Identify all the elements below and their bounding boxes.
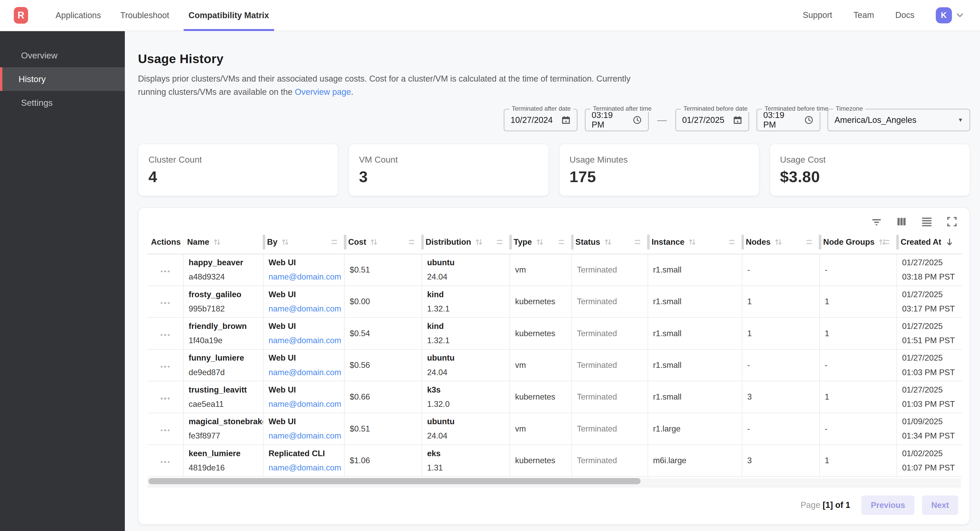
created-by-email-link[interactable]: name@domain.com [269, 336, 342, 345]
created-by-email-link[interactable]: name@domain.com [269, 399, 342, 409]
terminated-after-time-input[interactable]: Terminated after time 03:19 PM [585, 109, 649, 131]
column-drag-grip[interactable] [409, 240, 415, 244]
distribution-version: 1.32.1 [427, 336, 504, 345]
nav-link-docs[interactable]: Docs [895, 10, 915, 20]
nav-link-team[interactable]: Team [853, 10, 874, 20]
calendar-icon[interactable] [561, 115, 571, 125]
nav-tab-troubleshoot[interactable]: Troubleshoot [115, 0, 174, 31]
previous-page-button[interactable]: Previous [861, 495, 915, 515]
sort-control[interactable]: Nodes [746, 238, 783, 247]
column-resize-handle[interactable] [571, 235, 574, 250]
table-row: trusting_leavitt cae5ea11 Web UI name@do… [147, 381, 963, 413]
cell-distribution: ubuntu 24.04 [422, 413, 510, 445]
column-drag-grip[interactable] [331, 240, 337, 244]
sort-control[interactable]: Distribution [425, 238, 483, 247]
created-time: 01:07 PM PST [902, 463, 958, 472]
created-by-email-link[interactable]: name@domain.com [269, 368, 342, 377]
nav-link-support[interactable]: Support [803, 10, 832, 20]
sort-control[interactable]: By [267, 238, 289, 247]
replicated-logo[interactable]: R [14, 7, 28, 24]
sidebar-item-history[interactable]: History [0, 67, 125, 91]
timezone-select[interactable]: Timezone America/Los_Angeles ▼ [827, 109, 970, 131]
row-actions-button[interactable] [160, 331, 171, 338]
column-drag-grip[interactable] [806, 240, 812, 244]
nav-tab-compatibility-matrix[interactable]: Compatibility Matrix [184, 0, 274, 31]
row-actions-button[interactable] [160, 459, 171, 466]
sort-control[interactable]: Name [187, 238, 221, 247]
cell-distribution: eks 1.31 [422, 445, 510, 476]
cell-actions [147, 254, 183, 286]
overview-page-link[interactable]: Overview page [295, 87, 351, 97]
column-drag-grip[interactable] [635, 240, 640, 244]
status-value: Terminated [577, 456, 617, 465]
terminated-after-date-input[interactable]: Terminated after date 10/27/2024 [504, 109, 578, 131]
sort-control[interactable]: Cost [348, 238, 378, 247]
horizontal-scrollbar[interactable] [147, 478, 961, 487]
nodes-value: - [747, 265, 750, 274]
sort-icon [281, 238, 289, 246]
sort-control[interactable]: Node Groups [823, 238, 886, 247]
cell-node-groups: - [819, 349, 897, 381]
column-drag-grip[interactable] [558, 240, 565, 244]
account-menu[interactable]: K [936, 7, 964, 24]
cluster-name: friendly_brown [189, 322, 258, 331]
column-resize-handle[interactable] [741, 235, 744, 250]
column-resize-handle[interactable] [344, 235, 347, 250]
nav-tab-applications[interactable]: Applications [51, 0, 106, 31]
column-drag-grip[interactable] [497, 240, 503, 244]
node-groups-value: 1 [825, 456, 829, 465]
column-resize-handle[interactable] [509, 235, 512, 250]
cluster-name: keen_lumiere [189, 449, 258, 458]
column-drag-grip[interactable] [884, 240, 889, 244]
created-by-email-link[interactable]: name@domain.com [269, 304, 342, 313]
column-resize-handle[interactable] [896, 235, 899, 250]
created-by-email-link[interactable]: name@domain.com [269, 463, 342, 472]
node-groups-value: - [825, 361, 827, 370]
row-actions-button[interactable] [160, 268, 171, 274]
cell-status: Terminated [572, 254, 648, 286]
column-resize-handle[interactable] [262, 235, 265, 250]
cell-type: kubernetes [510, 445, 572, 476]
created-by-email-link[interactable]: name@domain.com [269, 431, 342, 440]
column-label: Type [514, 238, 532, 247]
column-resize-handle[interactable] [647, 235, 650, 250]
next-page-button[interactable]: Next [922, 495, 958, 515]
cell-by: Web UI name@domain.com [263, 317, 344, 349]
cluster-id: a48d9324 [189, 272, 258, 282]
column-resize-handle[interactable] [422, 235, 424, 250]
sort-control[interactable]: Instance [652, 238, 696, 247]
scrollbar-thumb[interactable] [148, 478, 641, 484]
row-actions-button[interactable] [160, 427, 171, 434]
created-date: 01/02/2025 [902, 449, 958, 458]
calendar-icon[interactable] [733, 115, 742, 125]
cell-instance: r1.small [648, 381, 742, 413]
sort-control[interactable]: Type [514, 238, 544, 247]
row-actions-button[interactable] [160, 363, 171, 370]
column-resize-handle[interactable] [819, 235, 821, 250]
clock-icon[interactable] [804, 115, 813, 125]
input-label: Terminated after time [590, 105, 654, 112]
sort-control[interactable]: Status [575, 238, 612, 247]
status-value: Terminated [577, 329, 617, 338]
instance-value: r1.small [653, 329, 681, 338]
created-by-email-link[interactable]: name@domain.com [269, 272, 342, 281]
sidebar-item-overview[interactable]: Overview [0, 44, 125, 67]
row-actions-button[interactable] [160, 300, 171, 306]
nodes-value: 1 [747, 329, 752, 338]
status-value: Terminated [577, 297, 617, 306]
nav-tab-label: Compatibility Matrix [189, 11, 269, 20]
column-drag-grip[interactable] [729, 240, 735, 244]
cost-value: $0.66 [350, 392, 370, 401]
row-actions-button[interactable] [160, 395, 171, 402]
filter-icon[interactable] [872, 217, 881, 227]
fullscreen-icon[interactable] [947, 217, 957, 227]
sort-control[interactable]: Created At [900, 238, 954, 247]
sidebar-item-settings[interactable]: Settings [0, 91, 125, 114]
columns-icon[interactable] [897, 217, 907, 227]
terminated-before-time-input[interactable]: Terminated before time 03:19 PM [757, 109, 820, 131]
clock-icon[interactable] [633, 115, 642, 125]
density-icon[interactable] [921, 217, 932, 227]
terminated-before-date-input[interactable]: Terminated before date 01/27/2025 [675, 109, 749, 131]
cost-value: $0.51 [350, 265, 370, 274]
column-label: Created At [900, 238, 942, 247]
